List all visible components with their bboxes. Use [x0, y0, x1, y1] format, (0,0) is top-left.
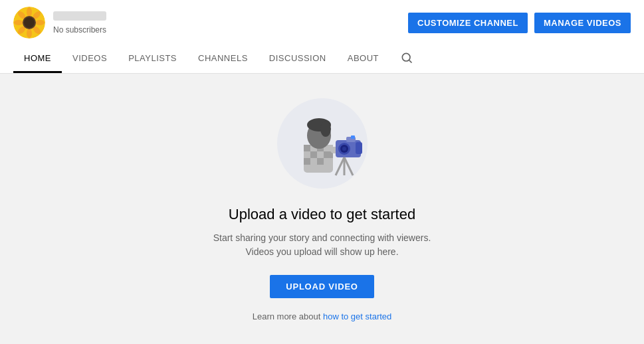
svg-rect-19 — [304, 151, 310, 158]
svg-rect-26 — [324, 158, 333, 165]
how-to-get-started-link[interactable]: how to get started — [323, 311, 391, 321]
svg-point-34 — [342, 147, 346, 151]
content-area: Upload a video to get started Start shar… — [0, 74, 644, 344]
upload-title: Upload a video to get started — [229, 206, 415, 223]
channel-name — [53, 11, 106, 21]
tab-playlists[interactable]: PLAYLISTS — [118, 45, 187, 73]
svg-point-11 — [402, 53, 410, 61]
tab-home[interactable]: HOME — [13, 45, 62, 73]
customize-channel-button[interactable]: CUSTOMIZE CHANNEL — [408, 13, 528, 33]
svg-rect-24 — [310, 158, 317, 165]
svg-point-7 — [14, 20, 23, 25]
avatar — [13, 7, 45, 39]
svg-rect-40 — [351, 135, 355, 139]
learn-more-text: Learn more about how to get started — [253, 311, 392, 321]
channel-text: No subscribers — [53, 11, 106, 35]
tab-channels[interactable]: CHANNELS — [187, 45, 259, 73]
svg-rect-15 — [304, 145, 310, 151]
svg-rect-20 — [310, 151, 317, 158]
nav-tabs: HOME VIDEOS PLAYLISTS CHANNELS DISCUSSIO… — [13, 45, 631, 73]
content-inner: Upload a video to get started Start shar… — [209, 97, 435, 321]
header-top: No subscribers CUSTOMIZE CHANNEL MANAGE … — [13, 0, 631, 45]
page-wrapper: No subscribers CUSTOMIZE CHANNEL MANAGE … — [0, 0, 644, 344]
svg-rect-23 — [304, 158, 310, 165]
upload-illustration — [276, 97, 369, 190]
header: No subscribers CUSTOMIZE CHANNEL MANAGE … — [0, 0, 644, 74]
header-actions: CUSTOMIZE CHANNEL MANAGE VIDEOS — [408, 13, 631, 33]
svg-point-10 — [24, 17, 35, 28]
svg-line-12 — [409, 60, 412, 62]
svg-point-3 — [35, 20, 45, 25]
upload-subtitle: Start sharing your story and connecting … — [209, 231, 435, 259]
svg-rect-21 — [317, 151, 324, 158]
subscribers-count: No subscribers — [53, 25, 106, 35]
svg-rect-36 — [356, 142, 362, 154]
svg-point-29 — [320, 121, 331, 137]
channel-info: No subscribers — [13, 7, 106, 39]
svg-point-5 — [27, 29, 32, 38]
tab-about[interactable]: ABOUT — [337, 45, 389, 73]
tab-videos[interactable]: VIDEOS — [62, 45, 118, 73]
svg-point-1 — [27, 7, 32, 17]
upload-video-button[interactable]: UPLOAD VIDEO — [270, 275, 374, 298]
search-icon[interactable] — [395, 46, 419, 73]
svg-rect-25 — [317, 158, 324, 165]
manage-videos-button[interactable]: MANAGE VIDEOS — [534, 13, 631, 33]
tab-discussion[interactable]: DISCUSSION — [259, 45, 337, 73]
